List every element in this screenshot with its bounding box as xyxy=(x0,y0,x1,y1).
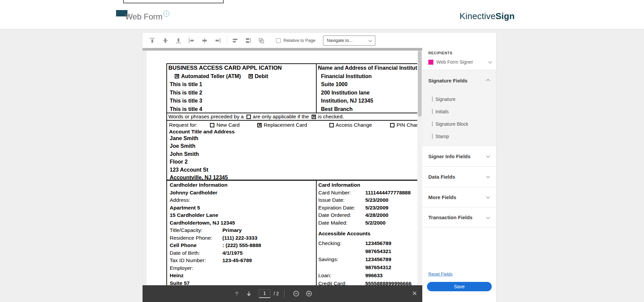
debit-label: Debit xyxy=(255,73,268,79)
account-values: 123456789987654321 xyxy=(365,239,391,255)
field-row: Title/Capacity:Primary xyxy=(170,227,316,234)
chevron-up-icon xyxy=(486,79,490,83)
zoom-out-icon xyxy=(292,290,300,297)
zoom-out-button[interactable] xyxy=(292,290,300,297)
new-card-label: New Card xyxy=(216,122,239,128)
form-text-line: 123 Account St xyxy=(170,166,417,174)
brand-logo: KinectiveSign xyxy=(460,11,515,21)
card-type-row: Automated Teller (ATM) Debit xyxy=(168,72,316,81)
field-value: 4/28/2000 xyxy=(365,212,388,219)
align-right-icon xyxy=(214,37,221,44)
page-number-input[interactable]: 1 xyxy=(259,289,270,298)
drag-handle-icon xyxy=(432,97,433,102)
field-item-stamp[interactable]: Stamp xyxy=(422,130,496,142)
editor-panel: Relative to Page Navigate to... BUSINESS… xyxy=(143,33,496,302)
field-item-signature[interactable]: Signature xyxy=(422,93,496,105)
account-value: 987654321 xyxy=(365,247,391,255)
debit-checkbox[interactable] xyxy=(249,74,253,78)
align-center-button[interactable] xyxy=(200,36,209,45)
align-right-button[interactable] xyxy=(213,36,222,45)
field-value: Primary xyxy=(222,227,242,234)
document-viewer: BUSINESS ACCESS CARD APPL ICATION Automa… xyxy=(143,48,422,302)
chevron-down-icon xyxy=(369,38,372,42)
example-checked-box xyxy=(312,115,316,119)
field-label: Date Ordered: xyxy=(318,212,365,219)
field-value: (111) 222-3333 xyxy=(222,234,257,242)
toolbar-separator xyxy=(227,37,227,45)
form-title: BUSINESS ACCESS CARD APPL ICATION xyxy=(168,64,316,72)
account-values: 996633 xyxy=(365,271,383,280)
previous-page-button[interactable] xyxy=(233,290,240,297)
save-button[interactable]: Save xyxy=(427,282,492,291)
replacement-card-checkbox[interactable] xyxy=(257,123,262,127)
request-for-row: Request for: New Card Replacement Card A… xyxy=(169,121,417,129)
info-icon[interactable]: i xyxy=(163,11,169,17)
align-middle-button[interactable] xyxy=(161,36,170,45)
recipient-selector[interactable]: Web Form Signer xyxy=(428,58,491,66)
align-bottom-button[interactable] xyxy=(174,36,183,45)
atm-checkbox[interactable] xyxy=(175,74,179,78)
pager-divider xyxy=(284,290,284,298)
form-text-line: Heinz xyxy=(170,272,316,280)
form-text-line: Floor 2 xyxy=(170,158,417,166)
form-text-line: Apartment 5 xyxy=(170,204,316,212)
align-top-button[interactable] xyxy=(148,36,157,45)
field-item-label: Initials xyxy=(435,109,449,114)
conditional-statement-row: Words or phrases preceded by a are only … xyxy=(167,113,417,121)
distribute-horizontal-button[interactable] xyxy=(231,36,239,45)
form-text-line: This is title 1 xyxy=(168,80,316,89)
form-header-section: BUSINESS ACCESS CARD APPL ICATION Automa… xyxy=(167,63,417,113)
field-label: Issue Date: xyxy=(318,196,365,204)
align-left-button[interactable] xyxy=(187,36,196,45)
reset-fields-link[interactable]: Reset Fields xyxy=(428,271,452,277)
match-size-button[interactable] xyxy=(257,36,266,45)
horizontal-scrollbar[interactable] xyxy=(143,48,422,51)
field-value: 5/2/2000 xyxy=(365,219,385,227)
field-value: 5/23/2000 xyxy=(365,196,388,204)
pin-change-checkbox[interactable] xyxy=(390,123,394,127)
drag-handle-icon xyxy=(432,121,433,126)
form-text-line: John Smith xyxy=(170,150,417,158)
zoom-in-button[interactable] xyxy=(305,290,313,297)
cardholder-information-cell: Cardholder Information Johnny Cardholder… xyxy=(167,181,316,288)
section-more-fields[interactable]: More Fields xyxy=(422,187,496,207)
match-width-button[interactable] xyxy=(244,36,253,45)
field-item-signature-block[interactable]: Signature Block xyxy=(422,118,496,130)
relative-to-page-label: Relative to Page xyxy=(283,38,315,43)
section-data-fields[interactable]: Data Fields xyxy=(422,166,496,187)
recipient-color-swatch xyxy=(428,60,433,65)
account-label: Loan: xyxy=(318,271,365,280)
new-card-checkbox[interactable] xyxy=(210,123,214,127)
field-row: Card Number:1111444477778888 xyxy=(318,189,417,197)
example-unchecked-box xyxy=(247,115,251,119)
account-row: Checking:123456789987654321 xyxy=(318,239,417,255)
checkbox-box[interactable] xyxy=(276,38,281,43)
scrollbar-thumb[interactable] xyxy=(418,51,422,117)
next-page-button[interactable] xyxy=(246,290,252,297)
field-row: Tax ID Number:123-45-6789 xyxy=(170,257,316,264)
institution-cell: Name and Address of Financial Instituti … xyxy=(316,64,417,113)
page-total-label: / 2 xyxy=(274,291,279,296)
field-value: 1111444477778888 xyxy=(365,189,411,197)
page-title: Web Form xyxy=(125,12,163,21)
cardholder-header: Cardholder Information xyxy=(170,181,316,189)
recipient-name: Web Form Signer xyxy=(436,59,489,65)
access-change-checkbox[interactable] xyxy=(329,123,334,127)
signature-fields-toggle[interactable]: Signature Fields xyxy=(422,70,496,91)
account-values: 123456789987654312 xyxy=(365,255,391,271)
field-item-initials[interactable]: Initials xyxy=(422,105,496,118)
account-value: 987654312 xyxy=(365,263,391,271)
align-top-icon xyxy=(149,37,156,44)
section-signer-info-fields[interactable]: Signer Info Fields xyxy=(422,146,496,166)
card-information-cell: Card Information Card Number:11114444777… xyxy=(316,181,417,288)
relative-to-page-checkbox[interactable]: Relative to Page xyxy=(276,38,315,43)
section-transaction-fields[interactable]: Transaction Fields xyxy=(422,207,496,228)
account-row: Savings:123456789987654312 xyxy=(318,255,417,271)
navigate-to-dropdown[interactable]: Navigate to... xyxy=(323,36,375,46)
field-row: Expiration Date:5/23/2009 xyxy=(318,204,417,212)
close-viewer-button[interactable] xyxy=(412,290,418,296)
form-text-line: Suite 1000 xyxy=(318,80,417,89)
field-label: Tax ID Number: xyxy=(170,257,222,264)
vertical-scrollbar[interactable] xyxy=(417,51,422,285)
form-text-line: Best Branch xyxy=(318,105,417,114)
